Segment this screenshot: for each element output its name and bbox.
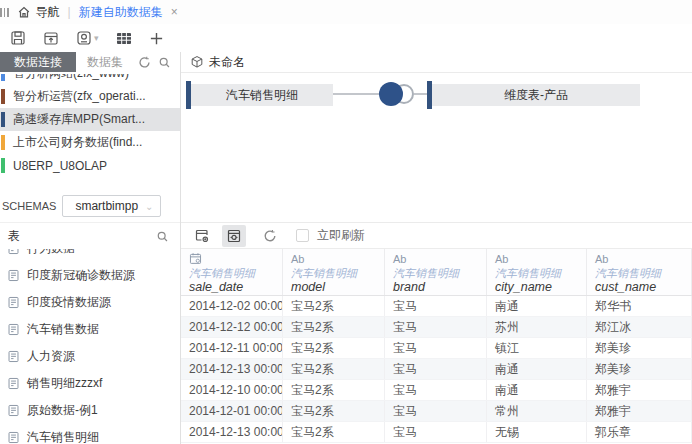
seal-dropdown-button[interactable]: ▾: [76, 30, 99, 46]
refresh-preview-icon[interactable]: [258, 225, 282, 247]
connection-list: 智分析网站(zfx_www)智分析运营(zfx_operati...高速缓存库M…: [0, 74, 180, 177]
search-icon[interactable]: [158, 56, 171, 69]
table-cell: 南通: [487, 359, 587, 379]
table-cell: 宝马: [385, 338, 487, 358]
column-header[interactable]: Ab汽车销售明细city_name: [487, 249, 587, 295]
column-field-name: brand: [393, 279, 482, 295]
column-source-table: 汽车销售明细: [189, 266, 278, 279]
dataset-header: 未命名: [181, 52, 692, 73]
tab-datasets[interactable]: 数据集: [76, 52, 134, 72]
joined-node[interactable]: 维度表-产品: [432, 84, 640, 106]
connection-color-bar: [1, 158, 5, 173]
table-cell: 宝马: [385, 380, 487, 400]
cube-icon: [190, 55, 204, 69]
table-row[interactable]: 2014-12-11 00:00:...宝马2系宝马镇江郑美珍: [181, 338, 692, 359]
close-icon[interactable]: ×: [171, 6, 178, 18]
refresh-now-label[interactable]: 立即刷新: [317, 227, 365, 244]
text-type-icon: Ab: [291, 252, 380, 266]
save-as-button[interactable]: [43, 30, 59, 46]
table-row[interactable]: 2014-12-01 00:00:...宝马2系宝马常州郑雅宇: [181, 401, 692, 422]
connection-item[interactable]: 智分析运营(zfx_operati...: [0, 85, 180, 108]
connection-label: 高速缓存库MPP(Smart...: [13, 111, 145, 128]
table-cell: 南通: [487, 296, 587, 316]
refresh-now-checkbox[interactable]: [296, 229, 309, 242]
top-bar: 导航 | 新建自助数据集 ×: [0, 0, 692, 24]
table-cell: 2014-12-01 00:00:...: [181, 401, 283, 421]
chevron-down-icon: ▾: [94, 33, 99, 43]
table-cell: 2014-12-11 00:00:...: [181, 338, 283, 358]
column-header[interactable]: Ab汽车销售明细brand: [385, 249, 487, 295]
table-list-item[interactable]: 销售明细zzzxf: [0, 370, 180, 397]
home-icon[interactable]: [17, 5, 31, 19]
table-cell: 郭乐章: [587, 422, 692, 442]
column-field-name: cust_name: [595, 279, 687, 295]
connection-item[interactable]: 智分析网站(zfx_www): [0, 74, 180, 85]
table-row[interactable]: 2014-12-13 00:00:...宝马2系宝马南通郑美珍: [181, 359, 692, 380]
table-cell: 郑雅宇: [587, 380, 692, 400]
table-row[interactable]: 2014-12-13 00:00:...宝马2系宝马无锡郭乐章: [181, 422, 692, 443]
table-list-label: 印度新冠确诊数据源: [27, 267, 135, 284]
join-type-icon[interactable]: [379, 82, 403, 106]
join-flow-canvas[interactable]: 汽车销售明细 维度表-产品: [181, 73, 692, 222]
connection-label: 智分析运营(zfx_operati...: [13, 88, 146, 105]
table-view-button[interactable]: [116, 31, 132, 46]
table-cell: 郑华书: [587, 296, 692, 316]
column-header[interactable]: Ab汽车销售明细model: [283, 249, 385, 295]
table-doc-icon: [7, 296, 20, 309]
dataset-name[interactable]: 未命名: [209, 54, 245, 71]
source-node[interactable]: 汽车销售明细: [191, 84, 333, 106]
schema-select[interactable]: smartbimpp ⌄: [62, 195, 161, 217]
add-button[interactable]: [149, 31, 164, 46]
column-header[interactable]: 汽车销售明细sale_date: [181, 249, 283, 295]
connection-item[interactable]: U8ERP_U8OLAP: [0, 154, 180, 177]
table-list-label: 印度疫情数据源: [27, 294, 111, 311]
preview-table-body: 2014-12-02 00:00:...宝马2系宝马南通郑华书2014-12-1…: [181, 296, 692, 443]
table-list: 行为数据印度新冠确诊数据源印度疫情数据源汽车销售数据人力资源销售明细zzzxf原…: [0, 249, 180, 444]
collapsed-menu-icon[interactable]: [0, 8, 9, 17]
connection-item[interactable]: 上市公司财务数据(find...: [0, 131, 180, 154]
table-list-item[interactable]: 汽车销售数据: [0, 316, 180, 343]
column-source-table: 汽车销售明细: [495, 266, 582, 279]
table-cell: 宝马: [385, 296, 487, 316]
table-list-item[interactable]: 汽车销售明细: [0, 424, 180, 444]
table-doc-icon: [7, 377, 20, 390]
table-search-icon[interactable]: [156, 230, 169, 243]
table-cell: 郑美珍: [587, 338, 692, 358]
table-doc-icon: [7, 269, 20, 282]
table-cell: 镇江: [487, 338, 587, 358]
connection-label: U8ERP_U8OLAP: [13, 159, 107, 173]
nav-label[interactable]: 导航: [36, 4, 60, 21]
table-cell: 宝马2系: [283, 359, 385, 379]
connection-label: 上市公司财务数据(find...: [13, 134, 142, 151]
detail-settings-button[interactable]: [190, 225, 214, 247]
open-tab-title[interactable]: 新建自助数据集: [79, 4, 163, 21]
table-cell: 宝马: [385, 359, 487, 379]
table-cell: 常州: [487, 401, 587, 421]
column-header[interactable]: Ab汽车销售明细cust_name: [587, 249, 692, 295]
table-list-item[interactable]: 行为数据: [0, 249, 180, 262]
tab-data-connections[interactable]: 数据连接: [0, 52, 76, 72]
table-doc-icon: [7, 323, 20, 336]
table-list-item[interactable]: 印度疫情数据源: [0, 289, 180, 316]
save-button[interactable]: [10, 30, 26, 46]
column-source-table: 汽车销售明细: [595, 266, 687, 279]
table-list-item[interactable]: 人力资源: [0, 343, 180, 370]
table-list-item[interactable]: 印度新冠确诊数据源: [0, 262, 180, 289]
preview-mode-button[interactable]: [222, 225, 246, 247]
column-field-name: sale_date: [189, 279, 278, 295]
connection-color-bar: [1, 112, 5, 127]
connection-item[interactable]: 高速缓存库MPP(Smart...: [0, 108, 180, 131]
table-doc-icon: [7, 249, 20, 255]
table-cell: 2014-12-10 00:00:...: [181, 380, 283, 400]
table-doc-icon: [7, 350, 20, 363]
table-list-item[interactable]: 原始数据-例1: [0, 397, 180, 424]
table-row[interactable]: 2014-12-10 00:00:...宝马2系宝马南通郑雅宇: [181, 380, 692, 401]
table-doc-icon: [7, 404, 20, 417]
table-list-label: 人力资源: [27, 348, 75, 365]
table-row[interactable]: 2014-12-02 00:00:...宝马2系宝马南通郑华书: [181, 296, 692, 317]
connection-color-bar: [1, 74, 5, 81]
refresh-icon[interactable]: [138, 56, 151, 69]
preview-table: 汽车销售明细sale_dateAb汽车销售明细modelAb汽车销售明细bran…: [181, 248, 692, 444]
preview-toolbar: 立即刷新: [181, 222, 692, 248]
table-row[interactable]: 2014-12-12 00:00:...宝马2系宝马苏州郑江冰: [181, 317, 692, 338]
